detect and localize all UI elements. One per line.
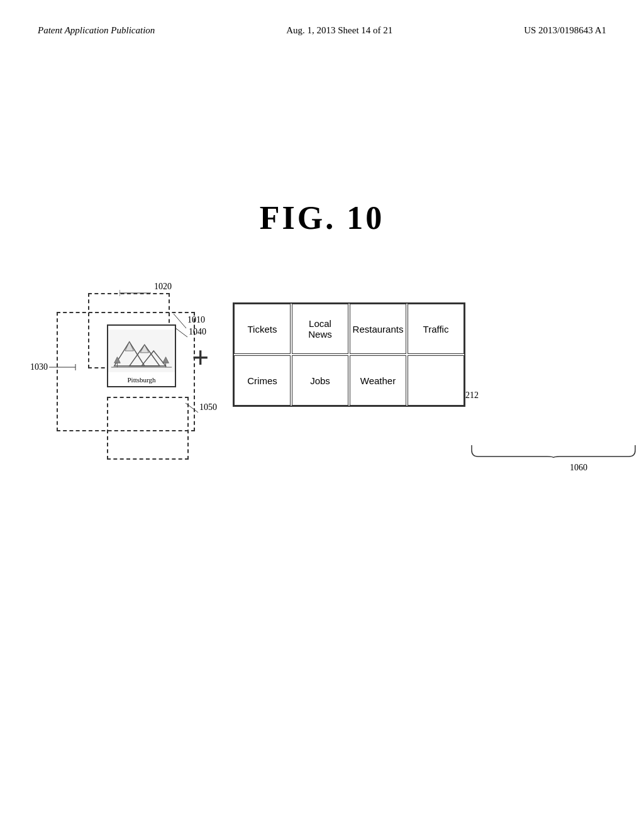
label-1020: 1020 <box>154 282 172 292</box>
svg-line-16 <box>175 328 187 337</box>
label-1030: 1030 <box>30 362 77 372</box>
page-header: Patent Application Publication Aug. 1, 2… <box>0 0 644 36</box>
figure-title: FIG. 10 <box>0 199 644 236</box>
cell-traffic: Traffic <box>408 304 464 354</box>
diagram-area: 1020 1030 <box>0 268 644 532</box>
header-left: Patent Application Publication <box>38 25 155 36</box>
brace-svg <box>465 444 644 459</box>
brace-area: 1060 <box>465 444 644 473</box>
box-1040: Pittsburgh <box>107 324 176 387</box>
leader-1030-line <box>49 362 77 372</box>
pittsburgh-label: Pittsburgh <box>127 376 155 384</box>
label-1040: 1040 <box>175 326 206 338</box>
label-212: 212 <box>465 390 479 401</box>
box-1050 <box>107 397 189 460</box>
cell-tickets: Tickets <box>234 304 291 354</box>
cell-weather: Weather <box>350 355 406 406</box>
map-illustration <box>108 329 175 373</box>
plus-sign: + <box>192 340 209 375</box>
svg-line-17 <box>186 403 198 412</box>
leader-1020-line <box>119 287 157 299</box>
cell-crimes: Crimes <box>234 355 291 406</box>
right-grid: Tickets LocalNews Restaurants Traffic Cr… <box>233 302 465 407</box>
header-right: US 2013/0198643 A1 <box>524 25 606 36</box>
label-1060: 1060 <box>465 463 644 473</box>
cell-empty <box>408 355 464 406</box>
leader-1050-line <box>186 401 199 414</box>
header-center: Aug. 1, 2013 Sheet 14 of 21 <box>286 25 392 36</box>
cell-local-news: LocalNews <box>292 304 348 354</box>
label-1050: 1050 <box>186 401 217 414</box>
leader-1040-line <box>175 326 189 338</box>
cell-jobs: Jobs <box>292 355 348 406</box>
grid-container: Tickets LocalNews Restaurants Traffic Cr… <box>233 302 465 407</box>
cell-restaurants: Restaurants <box>350 304 406 354</box>
